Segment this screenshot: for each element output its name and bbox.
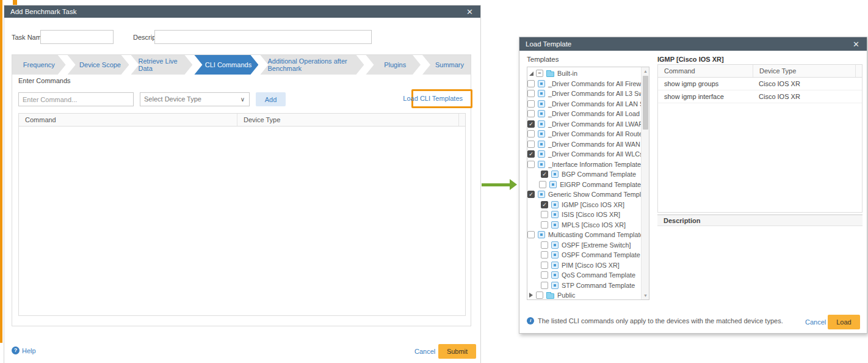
tree-root-built-in[interactable]: –Built-in bbox=[527, 68, 641, 79]
command-input[interactable] bbox=[18, 92, 134, 106]
cli-commands-panel: FrequencyDevice ScopeRetrieve Live DataC… bbox=[12, 54, 471, 326]
command-column-header: Command bbox=[658, 65, 753, 77]
tab-summary[interactable]: Summary bbox=[422, 55, 471, 75]
tree-item[interactable]: ✓BGP Command Template bbox=[527, 169, 641, 180]
device-type-select-value: Select Device Type bbox=[144, 95, 201, 103]
template-icon bbox=[538, 120, 545, 128]
device-type-select[interactable]: Select Device Type ∨ bbox=[140, 92, 250, 106]
tab-cli-commands[interactable]: CLI Commands bbox=[194, 55, 258, 75]
tree-item[interactable]: _Driver Commands for All WAN Op... bbox=[527, 139, 641, 150]
cancel-button[interactable]: Cancel bbox=[805, 318, 826, 326]
selected-template-title: IGMP [Cisco IOS XR] bbox=[657, 56, 724, 63]
command-column-header: Command bbox=[19, 114, 237, 126]
checkbox[interactable] bbox=[541, 282, 548, 289]
tree-root-public[interactable]: Public bbox=[527, 290, 641, 300]
annotation-left-bar bbox=[0, 0, 2, 343]
tree-item-label: ISIS [Cisco IOS XR] bbox=[562, 211, 620, 218]
tree-item[interactable]: QoS Command Template bbox=[527, 270, 641, 280]
scroll-up-icon[interactable]: ▲ bbox=[642, 67, 649, 75]
expander-closed-icon[interactable] bbox=[529, 293, 533, 298]
tree-item[interactable]: _Interface Information Template bbox=[527, 160, 641, 170]
folder-icon bbox=[546, 72, 554, 77]
tree-item[interactable]: _Driver Commands for All Load Bal... bbox=[527, 109, 641, 119]
tab-frequency[interactable]: Frequency bbox=[12, 55, 66, 75]
checkbox[interactable]: ✓ bbox=[541, 201, 548, 208]
close-icon[interactable]: ✕ bbox=[465, 7, 474, 16]
tree-item[interactable]: _Driver Commands for All Routers bbox=[527, 129, 641, 139]
tree-item[interactable]: _Driver Commands for All LAN Swit... bbox=[527, 99, 641, 109]
submit-button[interactable]: Submit bbox=[438, 344, 476, 359]
tree-root-label: Public bbox=[557, 292, 575, 299]
load-button[interactable]: Load bbox=[828, 315, 860, 329]
tree-item[interactable]: ✓IGMP [Cisco IOS XR] bbox=[527, 200, 641, 210]
tree-item[interactable]: PIM [Cisco IOS XR] bbox=[527, 260, 641, 271]
description-input[interactable] bbox=[154, 30, 372, 44]
checkbox[interactable] bbox=[527, 231, 535, 238]
tree-item[interactable]: ISIS [Cisco IOS XR] bbox=[527, 210, 641, 220]
checkbox[interactable]: ✓ bbox=[527, 191, 535, 198]
tab-plugins[interactable]: Plugins bbox=[366, 55, 421, 75]
checkbox[interactable]: ✓ bbox=[527, 150, 535, 158]
tree-item-label: _Driver Commands for All Firewalls bbox=[548, 80, 641, 87]
tree-item[interactable]: _Driver Commands for All Firewalls bbox=[527, 79, 641, 89]
checkbox[interactable]: – bbox=[536, 70, 543, 77]
checkbox[interactable] bbox=[541, 241, 548, 249]
checkbox[interactable] bbox=[541, 271, 548, 279]
checkbox[interactable]: ✓ bbox=[527, 120, 535, 128]
expander-open-icon[interactable] bbox=[529, 72, 533, 76]
template-icon bbox=[549, 181, 557, 188]
tree-item[interactable]: OSPF Command Template bbox=[527, 250, 641, 260]
tree-item[interactable]: _Driver Commands for All L3 Switc... bbox=[527, 89, 641, 99]
checkbox[interactable]: ✓ bbox=[541, 170, 548, 178]
commands-table: Command Device Type bbox=[18, 113, 466, 316]
tree-item-label: STP Command Template bbox=[562, 282, 635, 289]
checkbox[interactable] bbox=[541, 211, 548, 218]
wizard-tabbar: FrequencyDevice ScopeRetrieve Live DataC… bbox=[12, 55, 471, 75]
checkbox[interactable] bbox=[527, 161, 535, 168]
load-cli-templates-link[interactable]: Load CLI Templates bbox=[403, 95, 463, 102]
checkbox[interactable] bbox=[541, 262, 548, 269]
checkbox[interactable] bbox=[527, 141, 535, 148]
annotation-arrow-icon bbox=[482, 179, 517, 190]
checkbox[interactable] bbox=[527, 80, 535, 87]
add-benchmark-titlebar: Add Benchmark Task ✕ bbox=[4, 6, 480, 18]
checkbox[interactable] bbox=[527, 90, 535, 97]
tree-item[interactable]: ✓_Driver Commands for All WLCs bbox=[527, 149, 641, 160]
chevron-down-icon: ∨ bbox=[241, 93, 245, 106]
checkbox[interactable] bbox=[536, 292, 543, 299]
checkbox[interactable] bbox=[527, 130, 535, 138]
task-name-input[interactable] bbox=[40, 30, 114, 44]
tree-scrollbar[interactable]: ▲ ▼ bbox=[641, 67, 649, 299]
folder-icon bbox=[546, 293, 554, 299]
scroll-down-icon[interactable]: ▼ bbox=[642, 292, 649, 299]
table-row[interactable]: show igmp groupsCisco IOS XR bbox=[658, 78, 862, 90]
checkbox[interactable] bbox=[527, 110, 535, 117]
add-button[interactable]: Add bbox=[256, 92, 286, 106]
scrollbar-thumb[interactable] bbox=[643, 76, 648, 130]
tree-item[interactable]: ✓_Driver Commands for All LWAPs bbox=[527, 119, 641, 130]
spacer-column-header bbox=[855, 65, 862, 77]
checkbox[interactable] bbox=[541, 221, 548, 229]
tree-item[interactable]: ✓Generic Show Command Template bbox=[527, 189, 641, 200]
tree-item[interactable]: Multicasting Command Template bbox=[527, 230, 641, 240]
cancel-button[interactable]: Cancel bbox=[414, 348, 435, 355]
tab-device-scope[interactable]: Device Scope bbox=[68, 55, 129, 75]
template-icon bbox=[538, 130, 545, 138]
tree-item[interactable]: EIGRP Command Template bbox=[527, 180, 641, 190]
template-icon bbox=[551, 241, 559, 249]
help-button[interactable]: ? Help bbox=[12, 346, 36, 354]
tree-root-label: Built-in bbox=[557, 70, 577, 77]
tree-item-label: OSPF [Extreme Switch] bbox=[562, 241, 631, 249]
tab-additional-operations-after-benchmark[interactable]: Additional Operations after Benchmark bbox=[260, 55, 364, 75]
close-icon[interactable]: ✕ bbox=[852, 40, 861, 49]
checkbox[interactable] bbox=[539, 181, 546, 188]
benchmark-dialog-footer: ? Help Cancel Submit bbox=[4, 339, 480, 363]
checkbox[interactable] bbox=[541, 251, 548, 258]
table-row[interactable]: show igmp interfaceCisco IOS XR bbox=[658, 90, 862, 103]
tab-retrieve-live-data[interactable]: Retrieve Live Data bbox=[131, 55, 193, 75]
checkbox[interactable] bbox=[527, 100, 535, 108]
tree-item[interactable]: MPLS [Cisco IOS XR] bbox=[527, 220, 641, 230]
load-template-titlebar: Load Template ✕ bbox=[519, 37, 867, 51]
tree-item[interactable]: STP Command Template bbox=[527, 280, 641, 291]
tree-item[interactable]: OSPF [Extreme Switch] bbox=[527, 240, 641, 251]
